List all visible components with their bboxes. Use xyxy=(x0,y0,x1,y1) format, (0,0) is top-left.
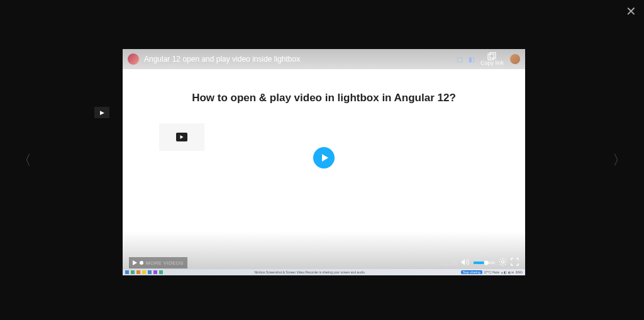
close-button[interactable]: ✕ xyxy=(626,5,636,18)
taskbar-app-icon[interactable] xyxy=(136,270,140,274)
taskbar-app-icon[interactable] xyxy=(153,270,157,274)
taskbar-app-icon[interactable] xyxy=(131,270,135,274)
taskbar-app-icon[interactable] xyxy=(148,270,152,274)
time-remaining: -01:38 xyxy=(440,260,457,267)
prev-button[interactable]: 〈 xyxy=(11,145,38,176)
inner-thumbnail[interactable] xyxy=(159,123,204,151)
language[interactable]: ENG xyxy=(516,270,523,274)
tray-icons[interactable]: ▴ ◧ ◐ ✉ xyxy=(501,270,514,274)
play-button-small[interactable]: MORE VIDEOS xyxy=(129,257,187,268)
volume-slider[interactable] xyxy=(474,262,495,264)
fullscreen-icon[interactable] xyxy=(511,257,519,268)
weather: 27°C Haze xyxy=(484,270,499,274)
settings-icon[interactable] xyxy=(499,257,507,268)
next-button[interactable]: 〉 xyxy=(606,145,633,176)
gallery-thumbnail[interactable]: ▶ xyxy=(94,107,109,118)
svg-point-2 xyxy=(502,261,504,263)
volume-icon[interactable] xyxy=(461,257,470,268)
taskbar-app-icon[interactable] xyxy=(159,270,163,274)
taskbar-app-icon[interactable] xyxy=(125,270,129,274)
sharing-notice: Nimbus Screenshot & Screen Video Recorde… xyxy=(165,270,455,274)
play-button-large[interactable] xyxy=(313,147,335,168)
taskbar-app-icon[interactable] xyxy=(142,270,146,274)
taskbar: Nimbus Screenshot & Screen Video Recorde… xyxy=(123,269,525,275)
stop-sharing-button[interactable]: Stop sharing xyxy=(461,270,482,274)
video-player: Angular 12 open and play video inside li… xyxy=(123,49,525,275)
player-controls: MORE VIDEOS -01:38 xyxy=(123,255,525,270)
video-headline: How to open & play video in lightbox in … xyxy=(192,92,456,104)
